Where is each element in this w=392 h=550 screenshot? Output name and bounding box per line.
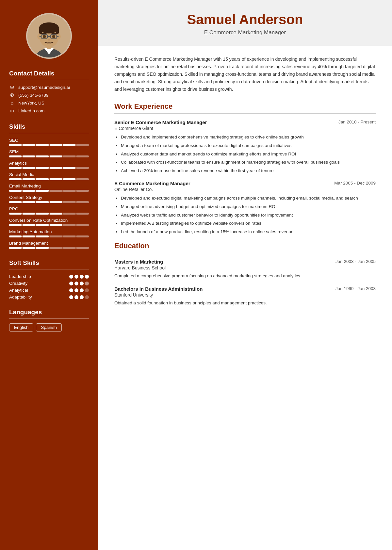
- skill-bar-segment: [9, 247, 22, 249]
- dot: [80, 295, 84, 299]
- skill-name: PPC: [9, 206, 89, 211]
- main-content: Samuel Anderson E Commerce Marketing Man…: [98, 0, 392, 550]
- skill-bar-segment: [36, 201, 48, 203]
- soft-skill-name: Creativity: [9, 281, 27, 286]
- job-bullet: Managed a team of marketing professional…: [121, 142, 376, 149]
- skill-bar: [9, 235, 89, 237]
- skill-bar-segment: [9, 213, 22, 215]
- skill-bar-segment: [50, 144, 62, 146]
- skill-bar-segment: [36, 178, 48, 180]
- svg-point-15: [43, 35, 46, 38]
- edu-header: Masters in MarketingJan 2003 - Jan 2005: [114, 259, 376, 265]
- skill-bar: [9, 224, 89, 226]
- contact-item: ⌂NewYork, US: [9, 100, 89, 105]
- skill-name: Analytics: [9, 161, 89, 166]
- skill-bar: [9, 178, 89, 180]
- skill-bar-segment: [76, 247, 89, 249]
- job-bullet: Managed online advertising budget and op…: [121, 203, 376, 210]
- skill-bar-segment: [50, 178, 62, 180]
- skill-bar-segment: [9, 144, 22, 146]
- skill-bar-segment: [63, 167, 75, 169]
- skill-bar-segment: [23, 201, 35, 203]
- language-tag: English: [9, 323, 33, 332]
- contact-item: ✉support@resumedesign.ai: [9, 85, 89, 90]
- language-tag: Spanish: [36, 323, 62, 332]
- job-entry: E Commerce Marketing ManagerMar 2005 - D…: [114, 181, 376, 235]
- contact-section: Contact Details ✉support@resumedesign.ai…: [0, 69, 98, 116]
- contact-text: support@resumedesign.ai: [18, 85, 70, 90]
- skill-bar-segment: [36, 155, 48, 157]
- dot: [69, 288, 73, 292]
- skill-bar-segment: [63, 247, 75, 249]
- work-experience-title: Work Experience: [114, 102, 376, 111]
- skill-bar-segment: [23, 167, 35, 169]
- skill-bar-segment: [50, 235, 62, 237]
- skill-bar-segment: [23, 178, 35, 180]
- skill-item: SEM: [9, 149, 89, 157]
- phone-icon: ✆: [9, 92, 15, 98]
- job-header: E Commerce Marketing ManagerMar 2005 - D…: [114, 181, 376, 186]
- job-company: Online Retailer Co.: [114, 187, 376, 192]
- skill-name: Brand Management: [9, 241, 89, 246]
- skill-name: Marketing Automation: [9, 229, 89, 234]
- svg-rect-7: [56, 28, 59, 34]
- education-title: Education: [114, 242, 376, 250]
- svg-point-16: [52, 35, 55, 38]
- dot: [74, 295, 78, 299]
- skill-bar-segment: [50, 224, 62, 226]
- skill-item: Brand Management: [9, 241, 89, 249]
- skill-bar-segment: [76, 167, 89, 169]
- job-title: E Commerce Marketing Manager: [114, 181, 190, 186]
- location-icon: ⌂: [9, 100, 15, 105]
- contact-text: NewYork, US: [18, 101, 44, 105]
- email-icon: ✉: [9, 85, 15, 90]
- dot: [80, 288, 84, 292]
- dot: [85, 282, 89, 285]
- summary-text: Results-driven E Commerce Marketing Mana…: [114, 56, 376, 93]
- skill-bar-segment: [9, 235, 22, 237]
- job-bullet: Analyzed website traffic and customer be…: [121, 212, 376, 219]
- dot: [85, 288, 89, 292]
- edu-degree: Masters in Marketing: [114, 259, 163, 265]
- skill-bar-segment: [36, 144, 48, 146]
- job-dates: Mar 2005 - Dec 2009: [334, 181, 376, 186]
- languages-section: Languages EnglishSpanish: [0, 307, 98, 332]
- skill-name: Email Marketing: [9, 184, 89, 188]
- dot: [74, 288, 78, 292]
- edu-desc: Obtained a solid foundation in business …: [114, 299, 376, 307]
- dot: [69, 275, 73, 279]
- skill-bar-segment: [23, 155, 35, 157]
- candidate-title: E Commerce Marketing Manager: [114, 29, 376, 36]
- edu-desc: Completed a comprehensive program focusi…: [114, 272, 376, 280]
- skills-section: Skills SEOSEMAnalyticsSocial MediaEmail …: [0, 122, 98, 252]
- soft-skills-title: Soft Skills: [9, 259, 89, 267]
- skill-item: Marketing Automation: [9, 229, 89, 237]
- skill-bar: [9, 155, 89, 157]
- soft-skill-item: Analytical: [9, 288, 89, 293]
- edu-header: Bachelors in Business AdministrationJan …: [114, 286, 376, 292]
- skill-bar-segment: [36, 247, 48, 249]
- edu-dates: Jan 1999 - Jan 2003: [335, 286, 376, 291]
- skill-bar-segment: [76, 224, 89, 226]
- skill-item: Conversion Rate Optimization: [9, 218, 89, 226]
- skills-title: Skills: [9, 123, 89, 130]
- skill-bar-segment: [63, 178, 75, 180]
- skill-bar-segment: [76, 155, 89, 157]
- soft-skill-dots: [69, 295, 89, 299]
- skill-bar: [9, 213, 89, 215]
- candidate-name: Samuel Anderson: [114, 12, 376, 27]
- soft-skill-name: Analytical: [9, 288, 28, 293]
- skill-bar-segment: [63, 190, 75, 192]
- soft-skill-item: Leadership: [9, 274, 89, 279]
- skill-bar-segment: [9, 190, 22, 192]
- skill-bar-segment: [76, 178, 89, 180]
- job-title: Senior E Commerce Marketing Manager: [114, 120, 207, 125]
- skill-bar-segment: [9, 155, 22, 157]
- contact-text: LinkedIn.com: [18, 108, 44, 113]
- soft-skill-item: Creativity: [9, 281, 89, 286]
- contact-title: Contact Details: [9, 70, 89, 77]
- job-bullets: Developed and implemented comprehensive …: [114, 134, 376, 174]
- skill-bar-segment: [63, 201, 75, 203]
- skill-bar-segment: [36, 235, 48, 237]
- skill-bar-segment: [23, 190, 35, 192]
